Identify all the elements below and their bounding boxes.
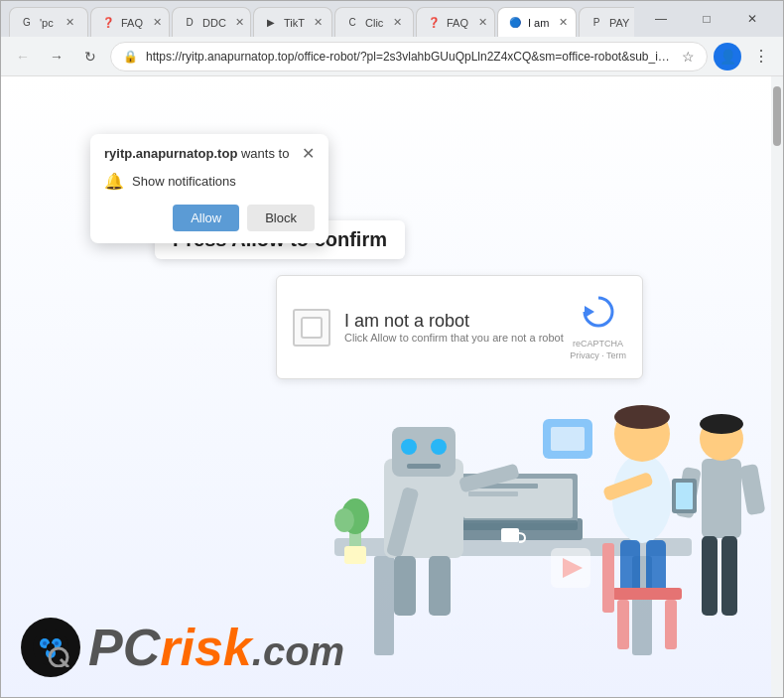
- svg-rect-18: [602, 543, 614, 613]
- tab-6[interactable]: ❓ FAQ ✕: [416, 7, 495, 37]
- tab-2-favicon: ❓: [101, 16, 115, 30]
- svg-rect-46: [302, 318, 322, 338]
- nav-bar: ← → ↻ 🔒 https://ryitp.anapurnatop.top/of…: [1, 37, 783, 76]
- svg-rect-27: [676, 483, 693, 509]
- tab-7-close[interactable]: ✕: [555, 15, 571, 31]
- title-bar: G 'pc ✕ ❓ FAQ ✕ D DDC ✕ ▶ TikT ✕: [1, 1, 783, 37]
- notif-row-text: Show notifications: [132, 174, 236, 189]
- svg-rect-32: [407, 464, 441, 469]
- tab-6-label: FAQ: [447, 17, 468, 29]
- tab-3-close[interactable]: ✕: [232, 15, 248, 31]
- svg-point-43: [334, 508, 354, 532]
- pcrisk-domain: .com: [252, 629, 344, 673]
- svg-rect-19: [702, 459, 741, 538]
- captcha-left: I am not a robot Click Allow to confirm …: [293, 309, 564, 347]
- notif-close-icon[interactable]: ✕: [302, 146, 315, 162]
- svg-point-21: [700, 414, 743, 434]
- svg-rect-44: [344, 546, 366, 564]
- tab-6-favicon: ❓: [427, 16, 441, 30]
- block-button[interactable]: Block: [247, 205, 315, 231]
- svg-point-11: [614, 405, 670, 429]
- svg-rect-23: [721, 536, 737, 616]
- svg-point-53: [43, 641, 47, 645]
- pcrisk-logo: PCrisk.com: [21, 618, 344, 677]
- notification-popup: ryitp.anapurnatop.top wants to ✕ 🔔 Show …: [90, 134, 328, 243]
- scrollbar[interactable]: [771, 76, 783, 697]
- tab-4-close[interactable]: ✕: [311, 15, 327, 31]
- tab-8-label: PAY: [609, 17, 629, 29]
- tab-4-label: TikT: [284, 17, 305, 29]
- captcha-checkbox[interactable]: [293, 309, 330, 347]
- svg-point-31: [431, 439, 447, 455]
- browser-window: G 'pc ✕ ❓ FAQ ✕ D DDC ✕ ▶ TikT ✕: [0, 0, 784, 698]
- captcha-subtitle: Click Allow to confirm that you are not …: [344, 332, 564, 344]
- content-area: I am not a robot Click Allow to confirm …: [1, 76, 783, 697]
- svg-point-54: [55, 641, 59, 645]
- captcha-right: reCAPTCHA Privacy · Term: [570, 294, 626, 360]
- svg-rect-29: [392, 427, 456, 477]
- tab-2[interactable]: ❓ FAQ ✕: [90, 7, 170, 37]
- svg-rect-7: [468, 491, 518, 496]
- recaptcha-label: reCAPTCHA: [573, 339, 623, 349]
- tab-5-close[interactable]: ✕: [389, 15, 405, 31]
- tab-7-active[interactable]: 🔵 I am ✕: [497, 7, 577, 37]
- captcha-box: I am not a robot Click Allow to confirm …: [276, 275, 643, 379]
- tab-1-close[interactable]: ✕: [62, 15, 77, 31]
- address-text: https://ryitp.anapurnatop.top/office-rob…: [146, 50, 674, 64]
- svg-rect-16: [617, 600, 629, 649]
- minimize-button[interactable]: —: [638, 3, 684, 35]
- svg-rect-35: [394, 556, 416, 616]
- svg-rect-38: [551, 427, 585, 451]
- tab-3[interactable]: D DDC ✕: [172, 7, 251, 37]
- tab-3-label: DDC: [202, 17, 226, 29]
- menu-button[interactable]: ⋮: [747, 43, 775, 70]
- captcha-text-block: I am not a robot Click Allow to confirm …: [344, 311, 564, 344]
- profile-button[interactable]: 👤: [714, 43, 741, 70]
- tab-1[interactable]: G 'pc ✕: [9, 7, 88, 37]
- svg-rect-22: [702, 536, 718, 616]
- svg-rect-36: [429, 556, 451, 616]
- tab-8[interactable]: P PAY ✕: [579, 7, 634, 37]
- pcrisk-icon: [21, 618, 80, 677]
- notif-header: ryitp.anapurnatop.top wants to ✕: [104, 146, 315, 162]
- svg-rect-40: [551, 548, 590, 588]
- pcrisk-text: PCrisk.com: [88, 622, 344, 673]
- close-button[interactable]: ✕: [729, 3, 775, 35]
- svg-point-9: [612, 454, 672, 543]
- forward-button[interactable]: →: [43, 43, 70, 70]
- address-bar[interactable]: 🔒 https://ryitp.anapurnatop.top/office-r…: [110, 42, 708, 71]
- notif-title: ryitp.anapurnatop.top wants to: [104, 146, 289, 161]
- lock-icon: 🔒: [123, 50, 138, 64]
- tab-8-favicon: P: [589, 16, 603, 30]
- maximize-button[interactable]: □: [684, 3, 729, 35]
- refresh-button[interactable]: ↻: [76, 43, 104, 70]
- notif-title-bold: ryitp.anapurnatop.top: [104, 146, 237, 161]
- tab-6-close[interactable]: ✕: [474, 15, 490, 31]
- allow-button[interactable]: Allow: [173, 205, 239, 231]
- captcha-title: I am not a robot: [344, 311, 564, 332]
- tab-5-label: Clic: [365, 17, 383, 29]
- tab-5[interactable]: C Clic ✕: [334, 7, 414, 37]
- pcrisk-risk: risk: [160, 619, 252, 676]
- tab-3-favicon: D: [183, 16, 196, 30]
- tab-7-favicon: 🔵: [508, 16, 522, 30]
- tab-5-favicon: C: [345, 16, 359, 30]
- scrollbar-thumb[interactable]: [773, 86, 781, 146]
- svg-rect-17: [665, 600, 677, 649]
- tab-4-favicon: ▶: [264, 16, 278, 30]
- recaptcha-icon: [581, 294, 616, 337]
- bookmark-icon[interactable]: ☆: [682, 49, 695, 65]
- tab-4[interactable]: ▶ TikT ✕: [253, 7, 332, 37]
- notif-buttons: Allow Block: [104, 205, 315, 231]
- svg-marker-47: [585, 306, 594, 318]
- back-button[interactable]: ←: [9, 43, 37, 70]
- svg-rect-45: [501, 528, 519, 542]
- tab-7-label: I am: [528, 17, 549, 29]
- recaptcha-links: Privacy · Term: [570, 350, 626, 360]
- page-content: I am not a robot Click Allow to confirm …: [1, 76, 771, 697]
- tab-2-close[interactable]: ✕: [149, 15, 165, 31]
- svg-rect-1: [374, 556, 394, 655]
- tab-1-label: 'pc: [40, 17, 54, 29]
- tab-1-favicon: G: [20, 16, 34, 30]
- notif-row: 🔔 Show notifications: [104, 172, 315, 191]
